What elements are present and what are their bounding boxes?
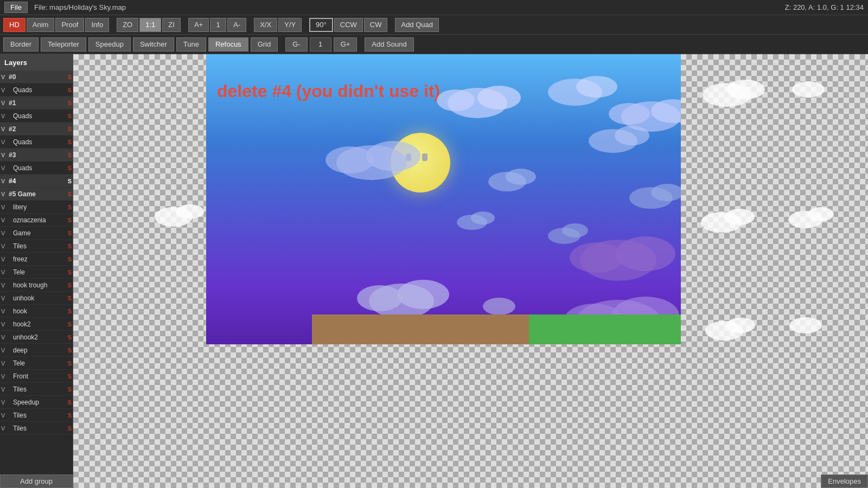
a-minus-button[interactable]: A- (227, 18, 246, 32)
layer-v-toggle[interactable]: V (1, 308, 8, 314)
layer-s-toggle[interactable]: S (68, 386, 72, 393)
layer-item[interactable]: VQuadsS (0, 84, 73, 97)
layer-v-toggle[interactable]: V (1, 178, 8, 184)
layer-item[interactable]: VFrontS (0, 370, 73, 383)
layer-v-toggle[interactable]: V (1, 113, 8, 119)
layer-s-toggle[interactable]: S (68, 399, 72, 406)
layer-v-toggle[interactable]: V (1, 412, 8, 419)
layer-item[interactable]: VTilesS (0, 422, 73, 435)
layer-item[interactable]: Vunhook2S (0, 331, 73, 344)
layer-item[interactable]: VTilesS (0, 409, 73, 422)
layer-v-toggle[interactable]: V (1, 230, 8, 236)
layer-s-toggle[interactable]: S (68, 295, 72, 301)
tune-button[interactable]: Tune (176, 37, 206, 52)
layer-item[interactable]: V#2S (0, 123, 73, 136)
layer-s-toggle[interactable]: S (68, 412, 72, 419)
layer-item[interactable]: VTilesS (0, 240, 73, 253)
layer-item[interactable]: Vhook troughS (0, 279, 73, 292)
xx-button[interactable]: X/X (254, 18, 277, 32)
zo-button[interactable]: ZO (117, 18, 138, 32)
zoom-level[interactable]: 1:1 (139, 18, 161, 32)
layer-s-toggle[interactable]: S (68, 191, 72, 197)
layer-v-toggle[interactable]: V (1, 139, 8, 145)
grid-button[interactable]: Grid (251, 37, 278, 52)
envelopes-button[interactable]: Envelopes (821, 474, 868, 488)
a-plus-button[interactable]: A+ (188, 18, 209, 32)
layer-item[interactable]: Vhook2S (0, 318, 73, 331)
layer-item[interactable]: VTeleS (0, 357, 73, 370)
layer-s-toggle[interactable]: S (68, 347, 72, 354)
switcher-button[interactable]: Switcher (133, 37, 174, 52)
add-group-button[interactable]: Add group (0, 474, 73, 488)
layer-v-toggle[interactable]: V (1, 243, 8, 249)
cw-button[interactable]: CW (364, 18, 388, 32)
yy-button[interactable]: Y/Y (278, 18, 302, 32)
add-quad-button[interactable]: Add Quad (395, 18, 439, 32)
layer-v-toggle[interactable]: V (1, 256, 8, 262)
layer-item[interactable]: VTeleS (0, 266, 73, 279)
layer-item[interactable]: VGameS (0, 227, 73, 240)
layer-s-toggle[interactable]: S (68, 113, 72, 119)
layer-v-toggle[interactable]: V (1, 399, 8, 406)
layer-item[interactable]: VTilesS (0, 383, 73, 396)
layer-item[interactable]: VunhookS (0, 292, 73, 305)
layer-v-toggle[interactable]: V (1, 87, 8, 93)
hd-button[interactable]: HD (3, 18, 25, 32)
layer-v-toggle[interactable]: V (1, 165, 8, 171)
layer-s-toggle[interactable]: S (68, 282, 72, 288)
border-button[interactable]: Border (3, 37, 39, 52)
layer-item[interactable]: VSpeedupS (0, 396, 73, 409)
layer-s-toggle[interactable]: S (68, 87, 72, 93)
layer-v-toggle[interactable]: V (1, 100, 8, 106)
layer-s-toggle[interactable]: S (68, 165, 72, 171)
layer-s-toggle[interactable]: S (68, 308, 72, 314)
layer-v-toggle[interactable]: V (1, 191, 8, 197)
layer-v-toggle[interactable]: V (1, 360, 8, 367)
info-button[interactable]: Info (85, 18, 109, 32)
layer-v-toggle[interactable]: V (1, 373, 8, 380)
ccw-button[interactable]: CCW (334, 18, 363, 32)
speedup-button[interactable]: Speedup (88, 37, 131, 52)
layer-item[interactable]: VfreezS (0, 253, 73, 266)
layer-s-toggle[interactable]: S (68, 178, 72, 184)
deg90-button[interactable]: 90° (309, 18, 333, 32)
teleporter-button[interactable]: Teleporter (41, 37, 86, 52)
layer-item[interactable]: VoznaczeniaS (0, 214, 73, 227)
layer-item[interactable]: V#3S (0, 149, 73, 162)
layer-s-toggle[interactable]: S (68, 373, 72, 380)
layer-v-toggle[interactable]: V (1, 282, 8, 288)
layer-s-toggle[interactable]: S (68, 139, 72, 145)
g-plus-button[interactable]: G+ (334, 37, 358, 52)
layer-item[interactable]: V#1S (0, 97, 73, 110)
layer-s-toggle[interactable]: S (68, 230, 72, 236)
layer-s-toggle[interactable]: S (68, 126, 72, 132)
layer-item[interactable]: VhookS (0, 305, 73, 318)
add-sound-button[interactable]: Add Sound (365, 37, 413, 52)
layer-v-toggle[interactable]: V (1, 152, 8, 158)
layer-item[interactable]: V#0S (0, 70, 73, 84)
layer-v-toggle[interactable]: V (1, 386, 8, 393)
layer-s-toggle[interactable]: S (68, 204, 72, 210)
file-menu[interactable]: File (4, 2, 28, 13)
canvas-area[interactable]: delete #4 (you didn't use it) (73, 54, 868, 488)
g-minus-button[interactable]: G- (285, 37, 307, 52)
layer-v-toggle[interactable]: V (1, 321, 8, 328)
layer-s-toggle[interactable]: S (68, 100, 72, 106)
layer-v-toggle[interactable]: V (1, 269, 8, 275)
layer-item[interactable]: V#4S (0, 175, 73, 188)
layer-s-toggle[interactable]: S (68, 217, 72, 223)
layer-s-toggle[interactable]: S (68, 74, 72, 80)
layer-v-toggle[interactable]: V (1, 74, 8, 80)
layer-s-toggle[interactable]: S (68, 360, 72, 367)
layer-v-toggle[interactable]: V (1, 295, 8, 301)
layer-item[interactable]: V#5 GameS (0, 188, 73, 201)
layer-v-toggle[interactable]: V (1, 126, 8, 132)
layer-s-toggle[interactable]: S (68, 243, 72, 249)
layer-s-toggle[interactable]: S (68, 334, 72, 341)
layer-item[interactable]: VQuadsS (0, 110, 73, 123)
layer-item[interactable]: VQuadsS (0, 136, 73, 149)
layer-s-toggle[interactable]: S (68, 256, 72, 262)
layer-v-toggle[interactable]: V (1, 334, 8, 341)
proof-button[interactable]: Proof (55, 18, 84, 32)
layer-item[interactable]: VliteryS (0, 201, 73, 214)
